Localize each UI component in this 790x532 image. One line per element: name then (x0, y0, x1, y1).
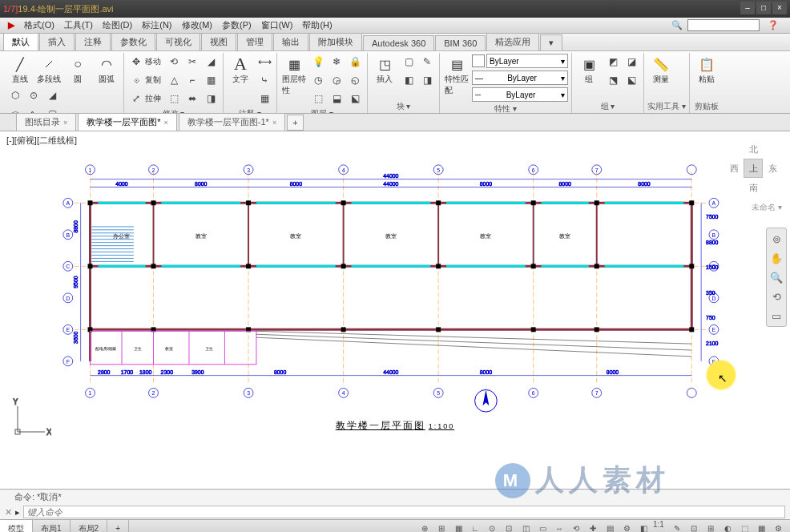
tool-icon[interactable]: ⬚ (165, 90, 183, 107)
modify-tool-button[interactable]: ✥移动 (127, 53, 163, 71)
nav-wheel-icon[interactable]: ⊚ (769, 232, 784, 246)
tool-icon[interactable]: ⬔ (604, 71, 622, 89)
maximize-button[interactable]: □ (756, 2, 771, 14)
layer-tool-icon[interactable]: 💡 (309, 53, 327, 71)
ucs-icon[interactable]: YX (11, 398, 51, 441)
search-input[interactable] (687, 19, 760, 31)
layer-tool-icon[interactable]: ❄ (328, 53, 345, 71)
status-toggle[interactable]: ▭ (535, 522, 550, 533)
tool-icon[interactable]: ⊙ (25, 87, 42, 104)
command-line[interactable]: 命令: *取消* ✕ ▸ (0, 489, 790, 519)
status-toggle[interactable]: ▦ (754, 522, 768, 533)
tool-icon[interactable]: ✂ (183, 53, 201, 71)
tool-icon[interactable]: ⬌ (183, 90, 201, 107)
new-layout-button[interactable]: + (107, 520, 129, 532)
ribbon-tab[interactable]: 参数化 (111, 33, 155, 50)
drawing-canvas[interactable]: [-][俯视][二维线框] 北 西上东 南 未命名 ▾ ⊚ ✋ 🔍 ⟲ ▭ 12… (0, 131, 790, 489)
layer-tool-icon[interactable]: ◵ (346, 71, 364, 89)
ribbon-tab[interactable]: 插入 (39, 33, 75, 50)
close-tab-icon[interactable]: × (164, 119, 168, 127)
tool-icon[interactable]: △ (165, 71, 183, 89)
status-toggle[interactable]: ⟲ (569, 522, 583, 533)
tool-icon[interactable]: ◩ (604, 53, 622, 71)
new-tab-button[interactable]: + (287, 115, 303, 131)
leader-button[interactable]: ⤷ (256, 71, 273, 89)
ribbon-tab[interactable]: BIM 360 (435, 35, 486, 50)
panel-title-util[interactable]: 实用工具 ▾ (647, 100, 686, 113)
layout-tab[interactable]: 布局1 (33, 520, 71, 532)
ribbon-tab[interactable]: 输出 (273, 33, 308, 50)
status-toggle[interactable]: ⚙ (619, 522, 634, 533)
document-tab[interactable]: 教学楼一层平面图-1*× (179, 113, 285, 131)
color-swatch[interactable] (472, 54, 485, 67)
status-toggle[interactable]: ◐ (720, 522, 735, 533)
tool-icon[interactable]: ⬕ (623, 71, 640, 89)
status-toggle[interactable]: ◫ (518, 522, 533, 533)
insert-button[interactable]: ◳插入 (371, 53, 398, 87)
ribbon-tab[interactable]: 附加模块 (309, 33, 362, 50)
tool-icon[interactable]: ⬡ (6, 87, 24, 104)
ribbon-tab[interactable]: 可视化 (156, 33, 200, 50)
status-toggle[interactable]: ∟ (468, 522, 482, 533)
layer-props-button[interactable]: ▦图层特性 (280, 53, 308, 98)
status-toggle[interactable]: ▤ (603, 522, 617, 533)
ribbon-tab[interactable]: 注释 (75, 33, 111, 50)
status-toggle[interactable]: ⊞ (703, 522, 718, 533)
tool-icon[interactable]: ◨ (202, 90, 220, 107)
status-toggle[interactable]: 1:1 ▾ (653, 522, 667, 533)
zoom-icon[interactable]: 🔍 (769, 270, 784, 284)
menu-item[interactable]: 帮助(H) (297, 19, 337, 31)
status-toggle[interactable]: ↔ (552, 522, 566, 533)
dim-button[interactable]: ⟷ (256, 53, 273, 71)
layer-tool-icon[interactable]: ⬕ (346, 90, 364, 107)
cmd-close-icon[interactable]: ✕ (5, 507, 12, 518)
pan-icon[interactable]: ✋ (769, 251, 784, 265)
block-tool-icon[interactable]: ◨ (418, 71, 436, 89)
ribbon-tab[interactable]: 精选应用 (486, 33, 539, 50)
help-icon[interactable]: ❓ (763, 20, 784, 30)
panel-title-prop[interactable]: 特性 ▾ (443, 103, 568, 114)
layer-tool-icon[interactable]: 🔒 (346, 53, 364, 71)
orbit-icon[interactable]: ⟲ (769, 289, 784, 304)
draw-tool-button[interactable]: ╱直线 (6, 53, 34, 87)
panel-title-clip[interactable]: 剪贴板 (693, 100, 720, 113)
status-toggle[interactable]: ⊙ (485, 522, 499, 533)
menu-item[interactable]: 窗口(W) (256, 19, 298, 31)
block-tool-icon[interactable]: ✎ (418, 53, 436, 71)
layer-tool-icon[interactable]: ◶ (328, 71, 345, 89)
modify-tool-button[interactable]: ⟐复制 (127, 71, 163, 89)
draw-tool-button[interactable]: ⟋多段线 (35, 53, 62, 87)
layer-tool-icon[interactable]: ⬓ (328, 90, 345, 107)
panel-title-layers[interactable]: 图层 ▾ (280, 107, 364, 114)
minimize-button[interactable]: – (740, 2, 755, 14)
status-toggle[interactable]: ⚙ (771, 522, 785, 533)
menu-item[interactable]: 修改(M) (177, 19, 218, 31)
panel-title-block[interactable]: 块 ▾ (371, 100, 436, 113)
text-button[interactable]: A文字 (227, 53, 254, 87)
lineweight-select[interactable]: — ByLayer▾ (472, 71, 568, 85)
ribbon-tab[interactable]: 视图 (201, 33, 236, 50)
close-tab-icon[interactable]: × (63, 119, 67, 127)
block-tool-icon[interactable]: ▢ (400, 53, 417, 71)
ribbon-tab[interactable]: 管理 (237, 33, 272, 50)
status-toggle[interactable]: ⊡ (502, 522, 516, 533)
ribbon-tab[interactable]: Autodesk 360 (363, 35, 434, 50)
status-toggle[interactable]: ⬚ (737, 522, 752, 533)
matchprop-button[interactable]: ▤特性匹配 (443, 53, 470, 98)
menu-item[interactable]: 格式(O) (19, 19, 59, 31)
search-box[interactable]: 🔍 ❓ (667, 19, 784, 31)
tool-icon[interactable]: ▦ (202, 71, 220, 89)
showmotion-icon[interactable]: ▭ (769, 308, 784, 323)
tool-icon[interactable]: ◢ (43, 87, 61, 104)
status-toggle[interactable]: ✚ (586, 522, 600, 533)
viewcube-menu[interactable]: 未命名 ▾ (752, 202, 782, 213)
panel-title-group[interactable]: 组 ▾ (575, 100, 640, 113)
table-button[interactable]: ▦ (256, 90, 273, 107)
block-tool-icon[interactable]: ◧ (400, 71, 417, 89)
group-button[interactable]: ▣组 (575, 53, 603, 87)
nav-bar[interactable]: ⊚ ✋ 🔍 ⟲ ▭ (766, 228, 787, 327)
close-tab-icon[interactable]: × (272, 119, 276, 127)
ribbon-expand[interactable]: ▾ (540, 34, 562, 50)
view-label[interactable]: [-][俯视][二维线框] (6, 135, 77, 147)
layout-tab[interactable]: 布局2 (71, 520, 108, 532)
